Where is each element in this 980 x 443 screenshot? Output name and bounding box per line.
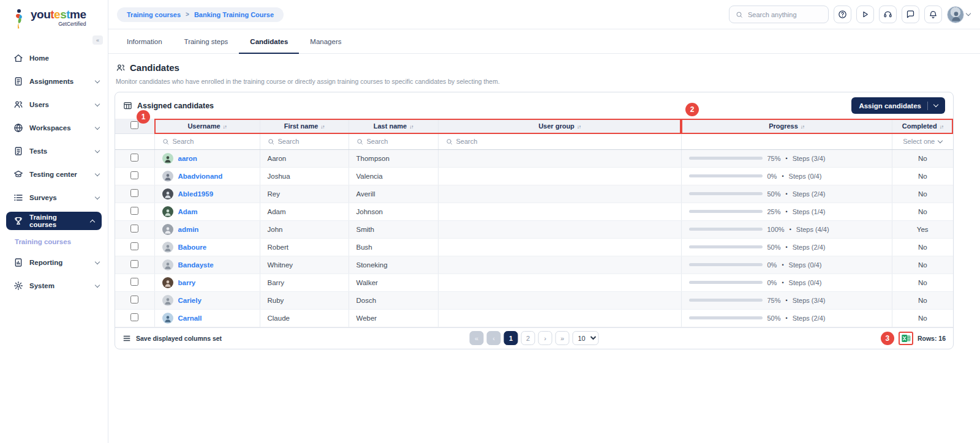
global-search-input[interactable] <box>748 11 821 18</box>
excel-export-button[interactable] <box>899 332 913 345</box>
global-search[interactable] <box>729 6 829 23</box>
pagination-next-button[interactable]: › <box>538 331 552 345</box>
column-header-progress[interactable]: Progress↓↑ <box>681 119 892 133</box>
sidebar-collapse-button[interactable]: « <box>92 35 103 45</box>
row-checkbox-Bandayste[interactable] <box>130 260 138 268</box>
filter-input-username[interactable] <box>173 138 251 145</box>
play-button[interactable] <box>856 6 874 23</box>
help-button[interactable] <box>834 6 851 23</box>
filter-cell-user-group <box>438 133 681 149</box>
sidebar-item-users[interactable]: Users <box>0 93 108 116</box>
username-link[interactable]: Adam <box>178 208 198 215</box>
username-link[interactable]: Baboure <box>178 244 207 251</box>
username-link[interactable]: Abadvionand <box>178 173 223 180</box>
progress-cell: 50% • Steps (2/4) <box>682 244 892 251</box>
row-checkbox-Baboure[interactable] <box>130 242 138 250</box>
progress-cell: 25% • Steps (1/4) <box>682 208 892 215</box>
sort-icon[interactable]: ↓↑ <box>940 124 943 130</box>
username-link[interactable]: admin <box>178 226 199 233</box>
sort-icon[interactable]: ↓↑ <box>409 124 413 130</box>
progress-cell: 0% • Steps (0/4) <box>682 173 892 180</box>
row-checkbox-Abled1959[interactable] <box>130 189 138 197</box>
column-header-first-name[interactable]: First name↓↑ <box>260 119 349 133</box>
last-name-cell: Valencia <box>349 167 438 185</box>
sort-icon[interactable]: ↓↑ <box>801 124 804 130</box>
rows-count: Rows: 16 <box>918 335 946 342</box>
sidebar-item-home[interactable]: Home <box>0 47 108 70</box>
breadcrumb-link-training-courses[interactable]: Training courses <box>127 11 181 18</box>
row-checkbox-Adam[interactable] <box>130 207 138 215</box>
row-checkbox-Abadvionand[interactable] <box>130 171 138 179</box>
username-link[interactable]: aaron <box>178 155 197 162</box>
tab-managers[interactable]: Managers <box>299 38 352 53</box>
table-wrapper: 1 2 Username↓↑First name↓↑Last name↓↑Use… <box>115 119 953 327</box>
logo-subtitle: GetCertified <box>31 21 86 27</box>
first-name-cell: John <box>260 220 349 238</box>
row-checkbox-Cariely[interactable] <box>130 296 138 303</box>
completed-filter-select[interactable]: Select one <box>892 138 954 145</box>
filter-input-first-name[interactable] <box>278 138 343 145</box>
save-columns-button[interactable]: Save displayed columns set <box>123 334 222 343</box>
column-header-user-group[interactable]: User group↓↑ <box>438 119 681 133</box>
filter-input-last-name[interactable] <box>367 138 432 145</box>
username-link[interactable]: Abled1959 <box>178 190 214 198</box>
row-checkbox-admin[interactable] <box>130 225 138 233</box>
user-group-cell <box>438 291 681 309</box>
user-group-cell <box>438 220 681 238</box>
users-icon <box>13 100 23 110</box>
sort-icon[interactable]: ↓↑ <box>223 124 227 130</box>
sidebar-item-reporting[interactable]: Reporting <box>0 251 108 274</box>
page-size-select[interactable]: 10 <box>573 331 599 345</box>
user-group-cell <box>438 274 681 291</box>
row-checkbox-barry[interactable] <box>130 278 138 286</box>
chevron-down-icon <box>933 102 938 107</box>
progress-bar <box>689 316 763 319</box>
column-header-username[interactable]: Username↓↑ <box>154 119 260 133</box>
sort-icon[interactable]: ↓↑ <box>577 124 581 130</box>
pagination-last-button[interactable]: » <box>556 331 570 345</box>
pagination-page-1[interactable]: 1 <box>504 331 518 345</box>
filter-input-user-group[interactable] <box>456 138 644 145</box>
username-link[interactable]: barry <box>178 279 196 286</box>
column-header-last-name[interactable]: Last name↓↑ <box>349 119 438 133</box>
annotation-badge-1: 1 <box>137 110 150 124</box>
progress-percent: 75% <box>767 297 781 304</box>
sort-icon[interactable]: ↓↑ <box>320 124 324 130</box>
sidebar-item-system[interactable]: System <box>0 274 108 297</box>
row-checkbox-aaron[interactable] <box>130 154 138 162</box>
select-all-checkbox[interactable] <box>130 121 138 129</box>
pagination-prev-button[interactable]: ‹ <box>487 331 501 345</box>
sidebar-item-testing-center[interactable]: Testing center <box>0 163 108 186</box>
sidebar-item-training-courses[interactable]: Training courses <box>6 212 102 230</box>
tab-information[interactable]: Information <box>116 38 173 53</box>
tabs-bar: InformationTraining stepsCandidatesManag… <box>108 29 980 54</box>
assignments-icon <box>13 76 23 86</box>
progress-steps: Steps (3/4) <box>793 155 826 162</box>
user-menu[interactable] <box>947 6 970 23</box>
pagination-first-button[interactable]: « <box>470 331 484 345</box>
row-checkbox-Carnall[interactable] <box>130 313 138 321</box>
pagination-page-2[interactable]: 2 <box>521 331 535 345</box>
headset-button[interactable] <box>879 6 897 23</box>
topbar-icon-buttons <box>834 6 942 23</box>
sidebar-subitem-training-courses[interactable]: Training courses <box>0 233 108 251</box>
username-link[interactable]: Carnall <box>178 315 202 322</box>
pagination: «‹12›»10 <box>470 331 599 345</box>
sidebar-item-surveys[interactable]: Surveys <box>0 186 108 209</box>
last-name-cell: Smith <box>349 220 438 238</box>
table-row: barry Barry Walker 0% • Steps (0/4) No <box>115 274 953 291</box>
bell-button[interactable] <box>924 6 942 23</box>
sidebar-item-assignments[interactable]: Assignments <box>0 70 108 93</box>
chevron-down-icon <box>95 194 100 199</box>
username-link[interactable]: Bandayste <box>178 261 214 269</box>
username-link[interactable]: Cariely <box>178 297 202 304</box>
assign-candidates-button[interactable]: Assign candidates <box>851 97 945 114</box>
breadcrumb-link-banking-training-course[interactable]: Banking Training Course <box>194 11 274 18</box>
column-header-completed[interactable]: Completed↓↑ <box>892 119 953 133</box>
sidebar-item-tests[interactable]: Tests <box>0 140 108 163</box>
chat-button[interactable] <box>902 6 919 23</box>
sidebar-item-workspaces[interactable]: Workspaces <box>0 116 108 140</box>
tab-candidates[interactable]: Candidates <box>239 38 299 53</box>
tab-training-steps[interactable]: Training steps <box>173 38 239 53</box>
hamburger-icon <box>123 334 131 343</box>
